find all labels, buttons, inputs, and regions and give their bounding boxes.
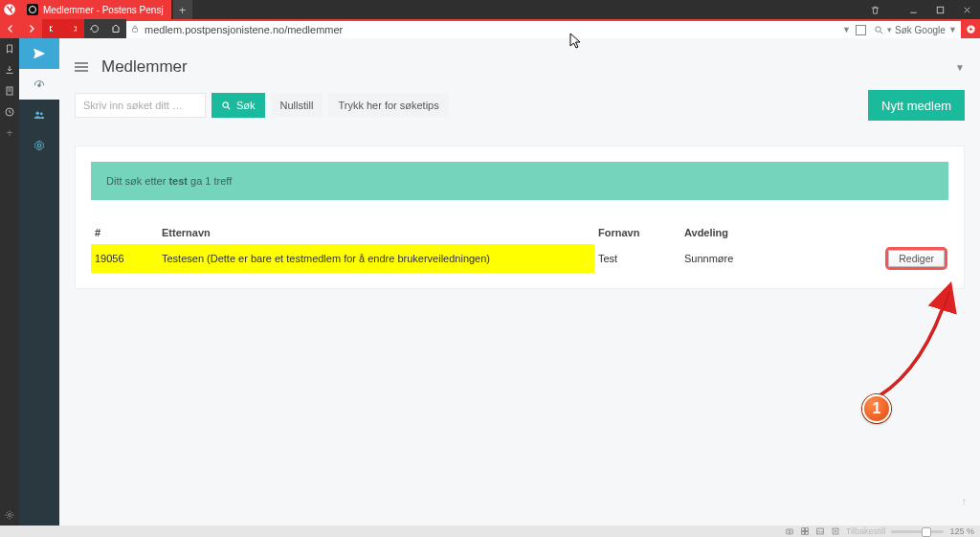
vivaldi-menu-button[interactable] <box>0 0 19 19</box>
svg-point-9 <box>36 112 40 116</box>
table-row[interactable]: 19056 Testesen (Dette er bare et testmed… <box>91 244 948 273</box>
search-icon <box>221 101 232 111</box>
app-sidebar <box>19 38 59 526</box>
zoom-level: 125 % <box>949 526 974 536</box>
annotation-badge-label: 1 <box>873 400 881 417</box>
nav-rewind-button[interactable] <box>42 19 63 38</box>
window-close-button[interactable] <box>953 0 980 19</box>
col-lastname: Etternavn <box>158 221 594 244</box>
status-tile-icon[interactable] <box>800 526 810 536</box>
nav-reload-button[interactable] <box>84 19 105 38</box>
sidebar-send-icon[interactable] <box>19 38 59 69</box>
svg-point-3 <box>876 26 881 31</box>
addr-dropdown-icon[interactable]: ▼ <box>842 25 851 34</box>
lock-icon <box>130 23 140 36</box>
menu-toggle-icon[interactable] <box>75 62 88 72</box>
svg-rect-2 <box>133 29 138 33</box>
address-bar[interactable]: medlem.postpensjonistene.no/medlemmer ▼ <box>126 19 870 38</box>
tab-favicon <box>27 4 38 15</box>
panel-history-icon[interactable] <box>3 105 16 119</box>
browser-tab[interactable]: Medlemmer - Postens Pensj <box>19 0 171 19</box>
zoom-slider[interactable] <box>891 530 944 533</box>
nav-back-button[interactable] <box>0 19 21 38</box>
window-maximize-button[interactable] <box>926 0 953 19</box>
svg-rect-15 <box>801 528 804 531</box>
panel-notes-icon[interactable] <box>3 84 16 98</box>
nav-home-button[interactable] <box>105 19 126 38</box>
panel-settings-icon[interactable] <box>3 508 16 522</box>
panel-bookmarks-icon[interactable] <box>3 42 16 56</box>
sidebar-members-icon[interactable] <box>19 100 59 130</box>
col-id: # <box>91 221 158 244</box>
browser-search-placeholder: Søk Google <box>895 25 946 35</box>
svg-rect-13 <box>786 529 792 534</box>
svg-point-14 <box>789 530 791 533</box>
new-member-button[interactable]: Nytt medlem <box>868 90 965 121</box>
scroll-top-icon[interactable]: ↑ <box>961 495 967 508</box>
sidebar-dashboard-icon[interactable] <box>19 69 59 100</box>
url-text: medlem.postpensjonistene.no/medlemmer <box>145 24 343 35</box>
browser-status-bar: Tilbakestill 125 % <box>0 526 980 537</box>
new-member-label: Nytt medlem <box>881 99 951 113</box>
col-firstname: Fornavn <box>594 221 680 244</box>
page-title: Medlemmer <box>101 57 188 77</box>
window-minimize-button[interactable] <box>900 0 926 19</box>
col-dept: Avdeling <box>680 221 786 244</box>
edit-button[interactable]: Rediger <box>888 250 945 267</box>
sidebar-settings-icon[interactable] <box>19 130 59 161</box>
member-search-input[interactable]: Skriv inn søket ditt … <box>75 93 206 118</box>
search-tips-label: Trykk her for søketips <box>338 100 438 111</box>
svg-rect-1 <box>937 7 943 12</box>
reset-button-label: Nullstill <box>280 100 314 111</box>
results-panel: Ditt søk etter test ga 1 treff # Etterna… <box>75 145 965 289</box>
result-term: test <box>168 175 188 187</box>
svg-point-11 <box>37 144 41 147</box>
status-reset-label[interactable]: Tilbakestill <box>846 526 886 536</box>
reset-button[interactable]: Nullstill <box>271 93 323 118</box>
browser-search-field[interactable]: ▾ Søk Google ▼ <box>870 19 961 38</box>
member-search-placeholder: Skriv inn søket ditt … <box>83 100 183 111</box>
search-engine-icon <box>874 25 884 35</box>
svg-point-12 <box>223 101 229 107</box>
search-tips-button[interactable]: Trykk her for søketips <box>328 93 448 118</box>
table-header-row: # Etternavn Fornavn Avdeling <box>91 221 948 244</box>
cell-id: 19056 <box>91 244 158 273</box>
panel-add-button[interactable]: + <box>3 126 16 140</box>
search-button[interactable]: Søk <box>212 93 265 118</box>
svg-rect-18 <box>805 531 808 534</box>
status-images-icon[interactable] <box>815 526 825 536</box>
main-content: Medlemmer ▼ Skriv inn søket ditt … Søk N… <box>59 38 980 526</box>
extension-button[interactable] <box>961 19 980 38</box>
annotation-badge: 1 <box>862 394 891 423</box>
search-button-label: Søk <box>236 100 256 111</box>
annotation-arrow <box>858 281 972 411</box>
panel-downloads-icon[interactable] <box>3 63 16 77</box>
tab-title: Medlemmer - Postens Pensj <box>43 5 164 15</box>
results-table: # Etternavn Fornavn Avdeling 19056 Teste… <box>91 221 948 273</box>
status-actions-icon[interactable] <box>831 526 840 536</box>
browser-panel-bar: + <box>0 38 19 526</box>
new-tab-button[interactable]: + <box>173 0 192 19</box>
status-capture-icon[interactable] <box>785 526 794 536</box>
svg-point-8 <box>38 84 40 86</box>
cell-lastname: Testesen (Dette er bare et testmedlem fo… <box>158 244 594 273</box>
svg-point-10 <box>40 112 43 115</box>
cell-dept: Sunnmøre <box>680 244 786 273</box>
nav-fastforward-button[interactable] <box>63 19 84 38</box>
nav-forward-button[interactable] <box>21 19 42 38</box>
browser-chrome: Medlemmer - Postens Pensj + <box>0 0 980 38</box>
result-prefix: Ditt søk etter <box>106 175 168 187</box>
addr-qr-icon[interactable] <box>856 25 866 35</box>
closed-tabs-button[interactable] <box>861 0 888 19</box>
svg-rect-17 <box>801 531 804 534</box>
svg-point-7 <box>9 514 11 517</box>
svg-rect-19 <box>816 528 823 534</box>
cell-firstname: Test <box>594 244 680 273</box>
search-result-banner: Ditt søk etter test ga 1 treff <box>91 162 948 200</box>
svg-rect-16 <box>805 528 808 531</box>
page-options-dropdown-icon[interactable]: ▼ <box>955 62 965 73</box>
result-suffix: ga 1 treff <box>188 175 232 187</box>
